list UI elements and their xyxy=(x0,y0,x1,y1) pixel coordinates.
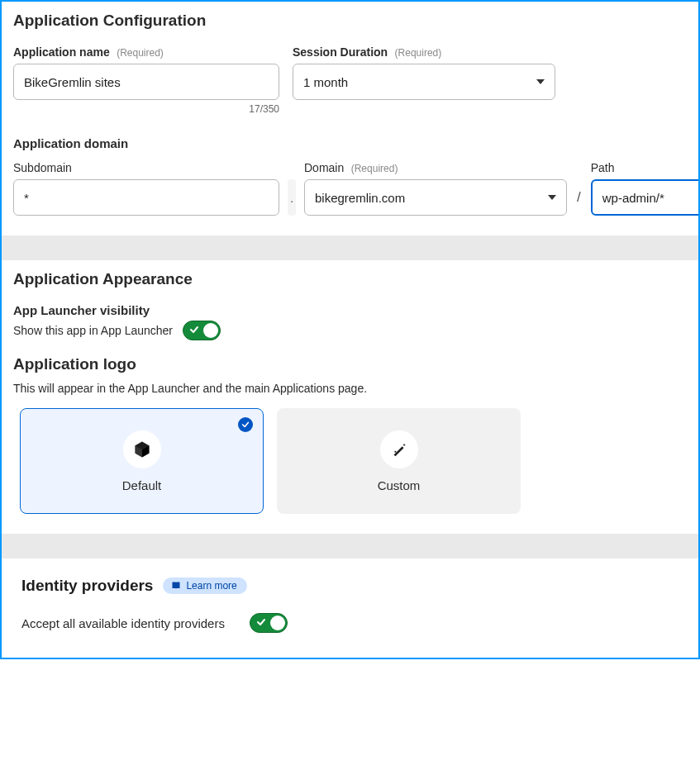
learn-more-link[interactable]: Learn more xyxy=(163,578,246,594)
identity-providers-section: Identity providers Learn more Accept all… xyxy=(2,558,698,658)
launcher-visibility-text: Show this app in App Launcher xyxy=(13,324,173,337)
logo-option-custom[interactable]: Custom xyxy=(277,408,521,514)
cube-icon xyxy=(123,430,161,468)
section-divider xyxy=(2,534,698,558)
chevron-down-icon xyxy=(548,195,556,200)
book-icon xyxy=(171,581,181,591)
application-logo-title: Application logo xyxy=(13,355,687,373)
selected-badge xyxy=(238,417,253,432)
check-icon xyxy=(189,325,199,335)
application-domain-heading: Application domain xyxy=(13,136,128,150)
session-duration-select[interactable]: 1 month xyxy=(293,64,555,100)
domain-value: bikegremlin.com xyxy=(315,191,405,205)
dot-separator: . xyxy=(288,179,296,216)
required-hint: (Required) xyxy=(395,47,442,59)
required-hint: (Required) xyxy=(351,163,398,174)
appearance-title: Application Appearance xyxy=(13,270,687,288)
session-duration-value: 1 month xyxy=(303,75,348,89)
identity-providers-title: Identity providers xyxy=(21,577,153,595)
application-name-field-group: Application name (Required) 17/350 xyxy=(13,45,279,115)
wand-icon xyxy=(380,430,418,468)
toggle-knob xyxy=(203,323,218,338)
chevron-down-icon xyxy=(536,79,545,84)
subdomain-field-group: Subdomain xyxy=(13,161,279,216)
logo-option-custom-label: Custom xyxy=(378,478,421,492)
svg-point-0 xyxy=(394,450,396,452)
check-icon xyxy=(241,421,250,429)
application-name-input[interactable] xyxy=(13,64,279,100)
slash-separator: / xyxy=(575,179,583,216)
application-logo-description: This will appear in the App Launcher and… xyxy=(13,382,687,395)
toggle-knob xyxy=(270,616,285,630)
domain-select[interactable]: bikegremlin.com xyxy=(304,179,567,216)
application-appearance-section: Application Appearance App Launcher visi… xyxy=(2,260,698,534)
application-name-counter: 17/350 xyxy=(13,103,279,115)
launcher-visibility-heading: App Launcher visibility xyxy=(13,303,687,317)
check-icon xyxy=(256,617,266,627)
session-duration-label: Session Duration xyxy=(293,45,388,59)
application-configuration-section: Application Configuration Application na… xyxy=(2,2,698,235)
config-title: Application Configuration xyxy=(13,12,687,30)
path-label: Path xyxy=(591,161,700,174)
session-duration-field-group: Session Duration (Required) 1 month xyxy=(293,45,555,115)
path-input[interactable] xyxy=(591,179,700,216)
logo-option-default-label: Default xyxy=(122,478,162,492)
accept-all-idp-text: Accept all available identity providers xyxy=(21,616,225,630)
section-divider xyxy=(2,235,698,260)
required-hint: (Required) xyxy=(117,47,164,59)
domain-label: Domain xyxy=(304,161,344,174)
application-name-label: Application name xyxy=(13,45,110,59)
subdomain-input[interactable] xyxy=(13,179,279,216)
subdomain-label: Subdomain xyxy=(13,161,279,174)
accept-all-idp-toggle[interactable] xyxy=(250,613,288,633)
path-field-group: Path xyxy=(591,161,700,216)
learn-more-text: Learn more xyxy=(186,580,236,592)
domain-field-group: Domain (Required) bikegremlin.com xyxy=(304,160,567,216)
launcher-visibility-toggle[interactable] xyxy=(183,321,221,340)
logo-option-default[interactable]: Default xyxy=(20,408,264,514)
